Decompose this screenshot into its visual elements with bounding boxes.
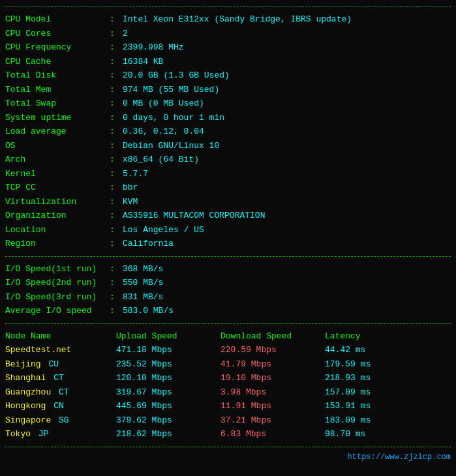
net-latency-3: 157.09 ms [325, 386, 403, 399]
system-info-row: Arch : x86_64 (64 Bit) [5, 153, 451, 167]
watermark: https://www.zjzicp.com [5, 450, 451, 463]
io-label-1: I/O Speed(2nd run) [5, 276, 110, 290]
system-label-11: Kernel [5, 168, 110, 181]
system-sep-0: : [110, 13, 123, 26]
system-info-row: Total Mem : 974 MB (55 MB Used) [5, 83, 451, 97]
system-sep-5: : [110, 83, 123, 97]
system-label-1: CPU Cores [5, 27, 110, 40]
system-value-7: 0 days, 0 hour 1 min [123, 112, 224, 125]
node-tag-1: CU [48, 359, 59, 369]
system-value-16: California [123, 237, 174, 250]
system-label-5: Total Mem [5, 83, 110, 97]
net-latency-5: 183.09 ms [325, 414, 403, 427]
system-label-6: Total Swap [5, 97, 110, 110]
net-node-6: Tokyo JP [5, 428, 116, 441]
system-sep-7: : [110, 112, 123, 125]
system-info-row: Load average : 0.36, 0.12, 0.04 [5, 125, 451, 139]
net-node-4: Hongkong CN [5, 400, 116, 413]
system-label-0: CPU Model [5, 13, 110, 26]
io-value-1: 550 MB/s [123, 276, 163, 290]
io-label-0: I/O Speed(1st run) [5, 263, 110, 276]
net-upload-6: 218.62 Mbps [116, 428, 220, 441]
header-node: Node Name [5, 330, 116, 343]
system-sep-6: : [110, 97, 123, 110]
system-sep-9: : [110, 140, 123, 153]
network-table-row: Singapore SG 379.62 Mbps 37.21 Mbps 183.… [5, 413, 451, 428]
system-value-5: 974 MB (55 MB Used) [123, 83, 219, 97]
net-latency-0: 44.42 ms [325, 344, 403, 357]
io-section: I/O Speed(1st run) : 368 MB/s I/O Speed(… [5, 260, 451, 321]
system-sep-2: : [110, 41, 123, 54]
system-label-14: Organization [5, 209, 110, 222]
system-sep-12: : [110, 181, 123, 194]
system-info-row: Total Disk : 20.0 GB (1.3 GB Used) [5, 68, 451, 83]
io-info-row: I/O Speed(3rd run) : 831 MB/s [5, 290, 451, 305]
mid-divider-1 [5, 256, 451, 257]
system-value-14: AS35916 MULTACOM CORPORATION [123, 209, 265, 222]
system-info-row: Kernel : 5.7.7 [5, 167, 451, 181]
system-info-row: CPU Model : Intel Xeon E312xx (Sandy Bri… [5, 12, 451, 27]
system-label-13: Virtualization [5, 196, 110, 209]
io-value-3: 583.0 MB/s [123, 305, 174, 318]
top-divider [5, 7, 451, 7]
net-upload-4: 445.69 Mbps [116, 400, 220, 413]
system-label-3: CPU Cache [5, 55, 110, 68]
system-value-11: 5.7.7 [123, 168, 148, 181]
node-tag-2: CT [53, 373, 64, 383]
system-value-8: 0.36, 0.12, 0.04 [123, 125, 204, 138]
io-label-2: I/O Speed(3rd run) [5, 291, 110, 304]
system-info-row: System uptime : 0 days, 0 hour 1 min [5, 111, 451, 125]
bottom-divider [5, 447, 451, 447]
network-table-row: Shanghai CT 120.10 Mbps 19.10 Mbps 218.9… [5, 371, 451, 385]
system-sep-1: : [110, 27, 123, 40]
system-label-2: CPU Frequency [5, 41, 110, 54]
net-download-5: 37.21 Mbps [220, 414, 325, 427]
net-latency-4: 153.91 ms [325, 400, 403, 413]
net-download-4: 11.91 Mbps [220, 400, 325, 413]
system-value-13: KVM [123, 196, 138, 209]
net-latency-2: 218.93 ms [325, 372, 403, 385]
net-node-1: Beijing CU [5, 358, 116, 371]
net-latency-6: 98.70 ms [325, 428, 403, 441]
io-info-row: Average I/O speed : 583.0 MB/s [5, 304, 451, 318]
system-label-15: Location [5, 224, 110, 237]
system-info-row: TCP CC : bbr [5, 181, 451, 195]
net-upload-2: 120.10 Mbps [116, 372, 220, 385]
mid-divider-2 [5, 323, 451, 324]
io-sep-1: : [110, 276, 123, 290]
system-value-9: Debian GNU/Linux 10 [123, 140, 219, 153]
header-download: Download Speed [220, 330, 325, 343]
system-label-12: TCP CC [5, 181, 110, 194]
system-value-1: 2 [123, 27, 128, 40]
system-sep-3: : [110, 55, 123, 68]
network-table-header: Node Name Upload Speed Download Speed La… [5, 329, 451, 344]
network-table-row: Tokyo JP 218.62 Mbps 6.83 Mbps 98.70 ms [5, 427, 451, 441]
net-latency-1: 179.59 ms [325, 358, 403, 371]
net-upload-0: 471.18 Mbps [116, 344, 220, 357]
system-sep-15: : [110, 224, 123, 237]
system-label-7: System uptime [5, 112, 110, 125]
system-info-row: OS : Debian GNU/Linux 10 [5, 139, 451, 153]
io-info-row: I/O Speed(1st run) : 368 MB/s [5, 262, 451, 276]
system-info-section: CPU Model : Intel Xeon E312xx (Sandy Bri… [5, 10, 451, 254]
net-download-2: 19.10 Mbps [220, 372, 325, 385]
net-upload-1: 235.52 Mbps [116, 358, 220, 371]
system-info-row: CPU Frequency : 2399.998 MHz [5, 40, 451, 55]
io-value-0: 368 MB/s [123, 263, 163, 276]
node-tag-4: CN [53, 401, 64, 411]
system-info-row: CPU Cache : 16384 KB [5, 55, 451, 69]
io-info-row: I/O Speed(2nd run) : 550 MB/s [5, 276, 451, 290]
system-sep-14: : [110, 209, 123, 222]
system-value-0: Intel Xeon E312xx (Sandy Bridge, IBRS up… [123, 13, 352, 26]
network-table-row: Hongkong CN 445.69 Mbps 11.91 Mbps 153.9… [5, 399, 451, 413]
system-label-4: Total Disk [5, 69, 110, 82]
net-upload-5: 379.62 Mbps [116, 414, 220, 427]
system-info-row: Virtualization : KVM [5, 195, 451, 209]
io-sep-3: : [110, 305, 123, 318]
net-node-5: Singapore SG [5, 414, 116, 427]
header-latency: Latency [325, 330, 403, 343]
net-download-0: 220.59 Mbps [220, 344, 325, 357]
system-sep-16: : [110, 237, 123, 250]
system-value-2: 2399.998 MHz [123, 41, 184, 54]
net-node-3: Guangzhou CT [5, 386, 116, 399]
